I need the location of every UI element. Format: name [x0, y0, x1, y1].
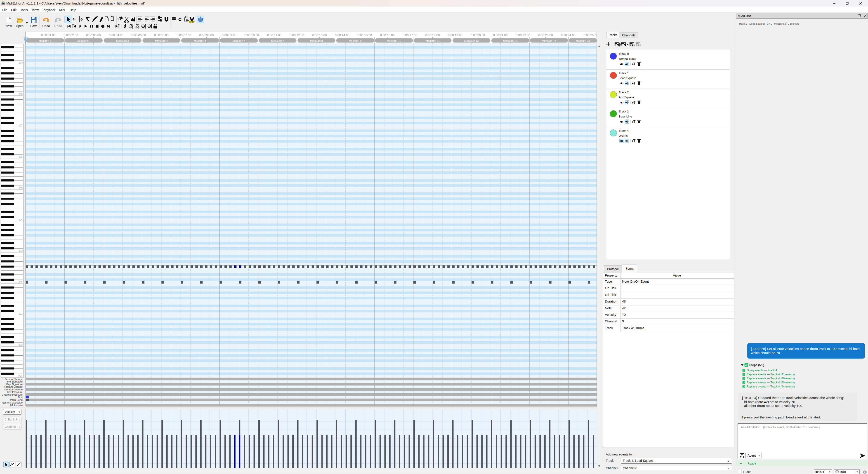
svg-text:C2: C2	[19, 281, 23, 284]
svg-text:C8: C8	[19, 93, 23, 96]
svg-text:Measure 11: Measure 11	[426, 39, 440, 42]
svg-text:Measure 12: Measure 12	[464, 39, 479, 42]
svg-text:Measure 8: Measure 8	[310, 39, 323, 42]
svg-text:Key Pressure: Key Pressure	[7, 391, 23, 393]
svg-text:Measure 7: Measure 7	[271, 39, 284, 42]
svg-text:Tempo Change: Tempo Change	[5, 378, 23, 380]
svg-text:T: T	[633, 100, 636, 105]
svg-text:C0: C0	[19, 343, 23, 347]
svg-text:Measure 14: Measure 14	[542, 39, 556, 42]
svg-text:C3: C3	[19, 249, 23, 253]
svg-text:T: T	[633, 62, 636, 66]
svg-text:Measure 1: Measure 1	[39, 39, 52, 42]
svg-text:Measure 6: Measure 6	[232, 39, 245, 42]
svg-text:C6: C6	[19, 155, 23, 159]
svg-text:0:00:25.00: 0:00:25.00	[584, 33, 598, 37]
svg-text:0:00:24.00: 0:00:24.00	[561, 33, 576, 37]
svg-text:C5: C5	[19, 187, 23, 190]
svg-text:T: T	[633, 81, 636, 86]
svg-text:0:00:09.00: 0:00:09.00	[222, 33, 237, 37]
svg-text:0:00:10.00: 0:00:10.00	[245, 33, 259, 37]
svg-text:0:00:23.00: 0:00:23.00	[538, 33, 553, 37]
svg-text:C4: C4	[19, 218, 23, 221]
svg-text:0:00:03.00: 0:00:03.00	[86, 33, 101, 37]
svg-text:Measure 3: Measure 3	[116, 39, 129, 42]
svg-text:Text: Text	[18, 396, 23, 399]
svg-text:0:00:07.00: 0:00:07.00	[177, 33, 191, 37]
svg-text:C9: C9	[19, 61, 23, 65]
svg-text:Program Change: Program Change	[3, 385, 23, 388]
svg-text:Measure 4: Measure 4	[155, 39, 168, 42]
svg-text:0:00:20.00: 0:00:20.00	[471, 33, 485, 37]
svg-text:0:00:05.00: 0:00:05.00	[131, 33, 146, 37]
svg-text:0:00:22.00: 0:00:22.00	[516, 33, 530, 37]
svg-text:Measure 5: Measure 5	[194, 39, 207, 42]
svg-text:C1: C1	[19, 312, 23, 315]
svg-text:0:00:08.00: 0:00:08.00	[199, 33, 214, 37]
svg-text:Measure 9: Measure 9	[349, 39, 362, 42]
svg-text:0:00:18.00: 0:00:18.00	[426, 33, 440, 37]
svg-text:Measure 10: Measure 10	[387, 39, 401, 42]
svg-text:0:00:17.00: 0:00:17.00	[403, 33, 417, 37]
svg-text:Key Signature: Key Signature	[6, 383, 23, 386]
svg-text:Measure 2: Measure 2	[77, 39, 90, 42]
svg-text:T: T	[633, 120, 636, 124]
svg-text:Channel Pressure: Channel Pressure	[2, 393, 23, 396]
svg-text:0:00:06.00: 0:00:06.00	[154, 33, 168, 37]
svg-text:C7: C7	[19, 124, 23, 127]
svg-text:0:00:19.00: 0:00:19.00	[448, 33, 463, 37]
svg-text:0:00:13.00: 0:00:13.00	[312, 33, 327, 37]
svg-text:T: T	[633, 139, 636, 143]
svg-text:Control Change: Control Change	[4, 388, 23, 391]
svg-text:0:00:14.00: 0:00:14.00	[335, 33, 349, 37]
svg-text:Measure 15: Measure 15	[576, 39, 590, 42]
svg-text:0:00:12.00: 0:00:12.00	[290, 33, 304, 37]
svg-text:(Unknown): (Unknown)	[10, 404, 23, 406]
svg-text:Measure 13: Measure 13	[503, 39, 518, 42]
svg-text:0:00:01.00: 0:00:01.00	[41, 33, 56, 37]
svg-text:0:00:02.00: 0:00:02.00	[64, 33, 78, 37]
svg-text:0:00:11.00: 0:00:11.00	[267, 33, 281, 37]
svg-text:0:00:16.00: 0:00:16.00	[380, 33, 395, 37]
svg-text:0:00:04.00: 0:00:04.00	[109, 33, 123, 37]
svg-text:System Exclusive: System Exclusive	[2, 401, 23, 404]
svg-text:Time Signature: Time Signature	[5, 380, 23, 383]
svg-text:Pitch Bend: Pitch Bend	[10, 399, 23, 401]
svg-text:0:00:21.00: 0:00:21.00	[493, 33, 508, 37]
svg-text:0:00:15.00: 0:00:15.00	[358, 33, 372, 37]
